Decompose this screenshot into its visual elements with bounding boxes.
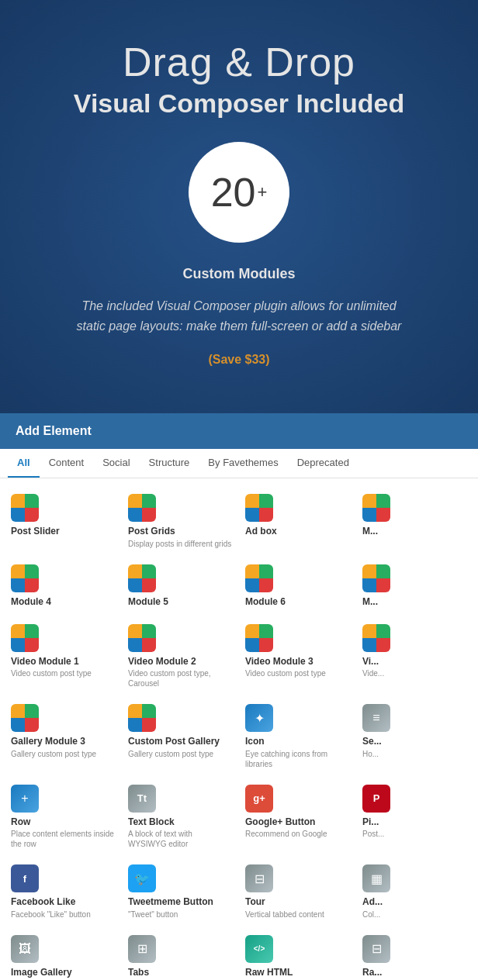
element-desc: Vertical tabbed content (245, 909, 324, 920)
element-icon-bg: Tt (128, 785, 156, 813)
element-desc: Ho... (362, 749, 379, 759)
hero-description: The included Visual Composer plugin allo… (76, 296, 402, 336)
vc-icon (362, 624, 390, 652)
element-image-gallery[interactable]: 🖼 Image Gallery Responsive image gallery (5, 927, 122, 980)
element-se[interactable]: ≡ Se... Ho... (356, 696, 473, 776)
lines-icon: ≡ (372, 711, 379, 725)
ad-icon: ▦ (371, 871, 383, 886)
tab-favethemes[interactable]: By Favethemes (199, 449, 287, 478)
badge-plus: + (257, 182, 267, 202)
image-icon: 🖼 (19, 942, 31, 956)
element-raw-html[interactable]: </> Raw HTML Output raw HTML code on you… (239, 927, 356, 980)
badge-number: 20 (211, 172, 256, 212)
element-post-grids[interactable]: Post Grids Display posts in different gr… (122, 486, 239, 556)
hero-title-light: Drag & Drop (23, 39, 455, 85)
element-name: Vi... (362, 656, 379, 667)
element-desc: Video custom post type, Carousel (128, 668, 233, 688)
vc-icon (245, 624, 273, 652)
vc-icon (245, 564, 273, 592)
element-name: Video Module 3 (245, 656, 313, 667)
vc-icon (128, 704, 156, 732)
element-tour[interactable]: ⊟ Tour Vertical tabbed content (239, 857, 356, 927)
facebook-icon: f (23, 873, 26, 885)
element-desc: Gallery custom post type (11, 749, 96, 759)
vc-icon (245, 494, 273, 522)
filter-tabs: All Content Social Structure By Favethem… (0, 449, 478, 478)
element-tabs[interactable]: ⊞ Tabs Tabbed content (122, 927, 239, 980)
element-vi[interactable]: Vi... Vide... (356, 616, 473, 696)
element-name: Ad... (362, 896, 383, 907)
element-name: Post Slider (11, 526, 60, 537)
element-icon[interactable]: ✦ Icon Eye catching icons from libraries (239, 696, 356, 776)
element-name: Post Grids (128, 526, 175, 537)
element-desc: Video custom post type (245, 668, 326, 678)
tab-structure[interactable]: Structure (140, 449, 199, 478)
vc-icon (11, 564, 39, 592)
element-video-module3[interactable]: Video Module 3 Video custom post type (239, 616, 356, 696)
element-text-block[interactable]: Tt Text Block A block of text with WYSIW… (122, 777, 239, 857)
element-m2[interactable]: M... (356, 557, 473, 616)
add-element-panel: Add Element All Content Social Structure… (0, 413, 478, 980)
element-m1[interactable]: M... (356, 486, 473, 556)
element-ad-box[interactable]: Ad box (239, 486, 356, 556)
element-module6[interactable]: Module 6 (239, 557, 356, 616)
element-name: Pi... (362, 816, 379, 827)
element-name: Raw HTML (245, 967, 293, 978)
tab-content[interactable]: Content (40, 449, 94, 478)
vc-icon (11, 624, 39, 652)
vc-icon (128, 494, 156, 522)
vc-icon (128, 624, 156, 652)
tab-all[interactable]: All (8, 449, 40, 478)
element-name: M... (362, 596, 378, 607)
hero-save-text: (Save $33) (23, 353, 455, 367)
element-desc: Video custom post type (11, 668, 92, 678)
element-tweetmeme[interactable]: 🐦 Tweetmeme Button "Tweet" button (122, 857, 239, 927)
plus-icon: + (21, 792, 28, 806)
badge-circle: 20+ (189, 142, 289, 243)
element-name: Tour (245, 896, 265, 907)
element-icon-bg: f (11, 864, 39, 892)
panel-header: Add Element (0, 413, 478, 449)
element-icon-bg: </> (245, 935, 273, 963)
element-name: Module 6 (245, 596, 286, 607)
element-name: Ad box (245, 526, 277, 537)
vc-icon (362, 494, 390, 522)
elements-grid: Post Slider Post Grids Display posts in … (0, 478, 478, 980)
element-post-slider[interactable]: Post Slider (5, 486, 122, 556)
element-desc: Place content elements inside the row (11, 829, 116, 849)
element-name: Row (11, 816, 30, 827)
vc-icon (128, 564, 156, 592)
element-pi[interactable]: P Pi... Post... (356, 777, 473, 857)
element-desc: Gallery custom post type (128, 749, 213, 759)
twitter-icon: 🐦 (134, 871, 150, 886)
tab-deprecated[interactable]: Deprecated (288, 449, 358, 478)
element-icon-bg: ⊟ (245, 864, 273, 892)
element-name: Tabs (128, 967, 149, 978)
element-ra[interactable]: ⊟ Ra... (356, 927, 473, 980)
element-name: Ra... (362, 967, 382, 978)
element-icon-bg: + (11, 785, 39, 813)
element-name: Video Module 2 (128, 656, 196, 667)
element-name: Tweetmeme Button (128, 896, 213, 907)
element-video-module1[interactable]: Video Module 1 Video custom post type (5, 616, 122, 696)
element-facebook-like[interactable]: f Facebook Like Facebook "Like" button (5, 857, 122, 927)
element-video-module2[interactable]: Video Module 2 Video custom post type, C… (122, 616, 239, 696)
element-row[interactable]: + Row Place content elements inside the … (5, 777, 122, 857)
element-module5[interactable]: Module 5 (122, 557, 239, 616)
vc-icon (11, 494, 39, 522)
element-desc: A block of text with WYSIWYG editor (128, 829, 233, 849)
element-icon-bg: P (362, 785, 390, 813)
tab-social[interactable]: Social (93, 449, 139, 478)
element-gallery-module3[interactable]: Gallery Module 3 Gallery custom post typ… (5, 696, 122, 776)
element-name: Video Module 1 (11, 656, 79, 667)
element-name: M... (362, 526, 378, 537)
star-icon: ✦ (255, 711, 265, 726)
tour-icon: ⊟ (255, 871, 265, 886)
element-custom-post-gallery[interactable]: Custom Post Gallery Gallery custom post … (122, 696, 239, 776)
element-icon-bg: ⊟ (362, 935, 390, 963)
element-desc: Post... (362, 829, 384, 839)
ra-icon: ⊟ (372, 941, 382, 956)
element-ad[interactable]: ▦ Ad... Col... (356, 857, 473, 927)
element-module4[interactable]: Module 4 (5, 557, 122, 616)
element-gplus-button[interactable]: g+ Google+ Button Recommend on Google (239, 777, 356, 857)
